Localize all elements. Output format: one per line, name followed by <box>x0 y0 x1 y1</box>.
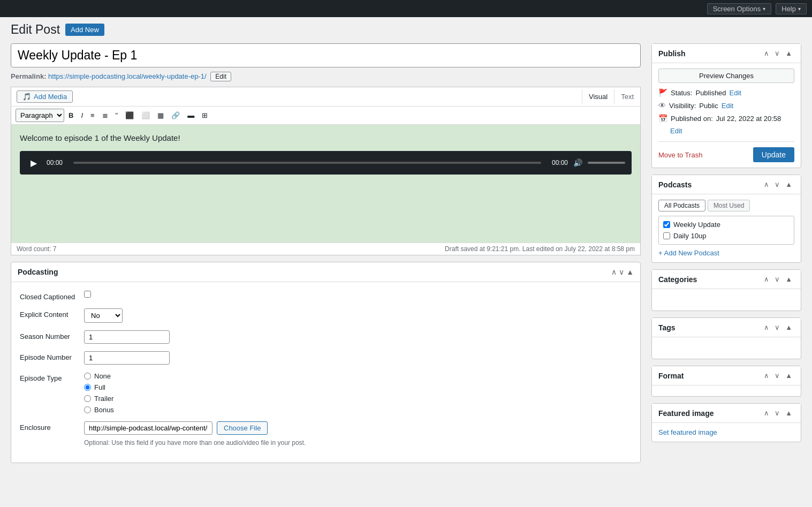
publish-box-title: Publish <box>658 49 686 58</box>
status-edit-link[interactable]: Edit <box>730 89 741 97</box>
season-number-control <box>84 330 632 344</box>
explicit-content-control: No Yes Clean <box>84 308 632 323</box>
italic-button[interactable]: I <box>78 109 86 122</box>
help-caret-icon: ▾ <box>798 6 801 12</box>
tags-collapse-up-button[interactable]: ∧ <box>762 322 771 332</box>
tags-expand-button[interactable]: ▲ <box>783 322 794 332</box>
episode-type-none-radio[interactable] <box>84 373 91 380</box>
podcasting-meta-box-body: Closed Captioned Explicit Content No Yes <box>11 282 640 463</box>
screen-options-caret-icon: ▾ <box>763 6 765 12</box>
podcasts-collapse-down-button[interactable]: ∨ <box>772 179 782 190</box>
table-button[interactable]: ⊞ <box>199 109 211 122</box>
tab-visual[interactable]: Visual <box>582 89 614 104</box>
podcasts-collapse-up-button[interactable]: ∧ <box>762 179 771 190</box>
status-icon: 🚩 <box>658 88 667 97</box>
unordered-list-button[interactable]: ≡ <box>87 109 98 122</box>
podcasts-box: Podcasts ∧ ∨ ▲ All Podcasts Most Used <box>651 175 801 263</box>
volume-slider[interactable] <box>588 162 625 164</box>
categories-collapse-down-button[interactable]: ∨ <box>772 274 782 284</box>
editor-content: Welcome to episode 1 of the Weekly Updat… <box>20 133 632 142</box>
podcasting-collapse-down-button[interactable]: ∨ <box>619 268 624 276</box>
featured-image-box-body: Set featured image <box>652 423 801 442</box>
editor-tabs: Visual Text <box>582 89 640 104</box>
podcast-checkbox-daily-10up[interactable] <box>663 232 670 239</box>
publish-box-controls: ∧ ∨ ▲ <box>762 48 794 58</box>
podcasts-box-title: Podcasts <box>658 180 692 189</box>
episode-type-bonus-label[interactable]: Bonus <box>84 406 632 414</box>
tab-text[interactable]: Text <box>614 89 640 104</box>
featured-image-collapse-up-button[interactable]: ∧ <box>762 408 771 418</box>
status-label: Status: <box>671 89 692 97</box>
link-button[interactable]: 🔗 <box>168 109 183 122</box>
explicit-content-select[interactable]: No Yes Clean <box>84 308 123 323</box>
podcast-checkbox-weekly-update[interactable] <box>663 221 670 228</box>
podcasts-expand-button[interactable]: ▲ <box>783 179 794 190</box>
season-number-input[interactable] <box>84 330 170 344</box>
align-right-button[interactable]: ▦ <box>154 109 167 122</box>
featured-image-box-controls: ∧ ∨ ▲ <box>762 408 794 418</box>
editor-body[interactable]: Welcome to episode 1 of the Weekly Updat… <box>11 125 640 243</box>
publish-collapse-down-button[interactable]: ∨ <box>772 48 782 58</box>
episode-type-full-radio[interactable] <box>84 384 91 391</box>
tab-all-podcasts[interactable]: All Podcasts <box>658 200 705 211</box>
episode-type-full-text: Full <box>94 383 105 391</box>
more-button[interactable]: ▬ <box>184 109 198 122</box>
explicit-content-label: Explicit Content <box>20 308 84 319</box>
publish-collapse-up-button[interactable]: ∧ <box>762 48 771 58</box>
visibility-edit-link[interactable]: Edit <box>722 102 733 110</box>
episode-type-full-label[interactable]: Full <box>84 383 632 391</box>
tab-most-used[interactable]: Most Used <box>708 200 750 211</box>
tags-collapse-down-button[interactable]: ∨ <box>772 322 782 332</box>
episode-type-trailer-radio[interactable] <box>84 395 91 402</box>
post-title-input[interactable] <box>11 43 641 67</box>
add-media-button[interactable]: 🎵 Add Media <box>17 90 73 103</box>
bold-button[interactable]: B <box>65 109 77 122</box>
permalink-edit-button[interactable]: Edit <box>210 72 231 81</box>
publish-expand-button[interactable]: ▲ <box>783 48 794 58</box>
align-center-button[interactable]: ⬜ <box>138 109 153 122</box>
update-button[interactable]: Update <box>753 147 794 162</box>
ordered-list-button[interactable]: ≣ <box>99 109 111 122</box>
episode-number-input[interactable] <box>84 351 170 365</box>
enclosure-input[interactable] <box>84 421 213 435</box>
podcasting-expand-button[interactable]: ▲ <box>626 268 634 276</box>
episode-type-none-label[interactable]: None <box>84 372 632 380</box>
format-collapse-down-button[interactable]: ∨ <box>772 370 782 381</box>
format-expand-button[interactable]: ▲ <box>783 370 794 381</box>
closed-captioned-checkbox[interactable] <box>84 291 91 298</box>
play-button[interactable]: ▶ <box>26 155 41 170</box>
choose-file-button[interactable]: Choose File <box>217 421 268 435</box>
audio-progress-bar[interactable] <box>73 162 541 164</box>
blockquote-button[interactable]: " <box>112 109 122 122</box>
status-value: Published <box>695 89 726 97</box>
podcasting-collapse-up-button[interactable]: ∧ <box>611 268 617 276</box>
volume-icon[interactable]: 🔊 <box>573 158 582 167</box>
episode-type-bonus-radio[interactable] <box>84 406 91 413</box>
align-left-button[interactable]: ⬛ <box>122 109 137 122</box>
add-media-bar: 🎵 Add Media <box>11 87 78 106</box>
closed-captioned-control <box>84 291 632 299</box>
categories-collapse-up-button[interactable]: ∧ <box>762 274 771 284</box>
enclosure-label: Enclosure <box>20 421 84 432</box>
add-new-podcast-link[interactable]: + Add New Podcast <box>658 249 719 257</box>
featured-image-collapse-down-button[interactable]: ∨ <box>772 408 782 418</box>
published-on-value: Jul 22, 2022 at 20:58 <box>716 115 781 123</box>
add-new-button[interactable]: Add New <box>65 24 104 36</box>
add-media-icon: 🎵 <box>22 93 31 101</box>
paragraph-format-select[interactable]: Paragraph Heading 1 Heading 2 <box>16 109 64 122</box>
featured-image-expand-button[interactable]: ▲ <box>783 408 794 418</box>
format-collapse-up-button[interactable]: ∧ <box>762 370 771 381</box>
move-to-trash-link[interactable]: Move to Trash <box>658 151 702 159</box>
episode-type-trailer-label[interactable]: Trailer <box>84 395 632 403</box>
help-button[interactable]: Help ▾ <box>776 3 807 14</box>
screen-options-button[interactable]: Screen Options ▾ <box>707 3 772 14</box>
published-on-edit-link[interactable]: Edit <box>670 127 682 135</box>
help-label: Help <box>781 5 796 13</box>
preview-changes-button[interactable]: Preview Changes <box>658 69 794 83</box>
episode-type-control: None Full Trailer <box>84 372 632 414</box>
permalink-url[interactable]: https://simple-podcasting.local/weekly-u… <box>48 72 207 80</box>
episode-number-row: Episode Number <box>20 351 632 365</box>
podcast-label-weekly-update: Weekly Update <box>673 221 720 229</box>
set-featured-image-link[interactable]: Set featured image <box>658 428 717 436</box>
categories-expand-button[interactable]: ▲ <box>783 274 794 284</box>
